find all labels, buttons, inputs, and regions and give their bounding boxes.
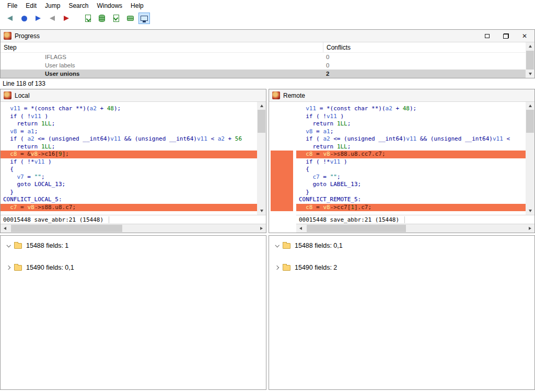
remote-horizontal-scrollbar[interactable] (296, 224, 534, 233)
code-line[interactable]: if ( !v11 ) (296, 113, 526, 121)
messages-window-button[interactable] (138, 13, 150, 24)
scrollbar-thumb[interactable] (258, 110, 265, 133)
code-line[interactable]: CONFLICT_REMOTE_5: (296, 196, 526, 204)
remote-vertical-scrollbar[interactable] (526, 102, 534, 215)
scroll-right-button[interactable] (257, 224, 266, 233)
tree-item[interactable]: 15488 fields: 1 (1, 240, 266, 251)
progress-vertical-scrollbar[interactable] (526, 42, 534, 78)
code-line[interactable]: return 1LL; (1, 120, 257, 128)
chevron-right-icon[interactable] (275, 266, 279, 270)
scrollbar-track[interactable] (257, 110, 266, 207)
code-line[interactable]: } (1, 189, 257, 197)
progress-row[interactable]: IFLAGS0 (1, 53, 526, 61)
triangle-down-icon (529, 73, 532, 75)
code-line[interactable]: { (296, 166, 526, 174)
code-line[interactable]: { (1, 166, 257, 174)
step-cell: User unions (1, 71, 323, 77)
menu-bar: FileEditJumpSearchWindowsHelp (0, 0, 535, 11)
scroll-up-button[interactable] (526, 102, 534, 110)
scroll-left-button[interactable] (1, 224, 9, 233)
conflict-line[interactable]: c8 = v8->cc7[1].c7; (296, 204, 526, 212)
chevron-down-icon[interactable] (275, 243, 279, 247)
doc-down-button[interactable] (82, 13, 94, 24)
local-code-view[interactable]: v11 = *(const char **)(a2 + 48); if ( !v… (1, 102, 257, 215)
code-line[interactable]: if ( !*v11 ) (296, 158, 526, 166)
app-icon (272, 91, 280, 99)
conflict-region-marker[interactable] (271, 151, 293, 211)
remote-code-view[interactable]: v11 = *(const char **)(a2 + 48); if ( !v… (296, 102, 526, 215)
menu-search[interactable]: Search (64, 1, 92, 11)
nav-current-button[interactable] (18, 13, 30, 24)
scroll-left-button[interactable] (296, 224, 305, 233)
remote-fields-tree: 15488 fields: 0,115490 fields: 2 (269, 235, 535, 390)
scrollbar-thumb[interactable] (11, 225, 122, 232)
doc-up-button[interactable] (110, 13, 122, 24)
code-line[interactable]: return 1LL; (296, 143, 526, 151)
menu-windows[interactable]: Windows (92, 1, 126, 11)
code-line[interactable]: return 1LL; (296, 120, 526, 128)
scroll-down-button[interactable] (526, 207, 534, 215)
triangle-down-icon (529, 210, 532, 212)
local-title: Local (15, 92, 30, 99)
messages-window-icon (141, 16, 148, 21)
chevron-down-icon[interactable] (6, 243, 10, 247)
database-pair-button[interactable] (124, 13, 136, 24)
progress-row[interactable]: User unions2 (1, 70, 526, 78)
local-vertical-scrollbar[interactable] (257, 102, 266, 215)
scroll-down-button[interactable] (257, 207, 266, 215)
database-icon (99, 15, 105, 22)
scrollbar-thumb[interactable] (307, 225, 406, 232)
scrollbar-track[interactable] (305, 224, 526, 233)
tree-item[interactable]: 15490 fields: 2 (269, 262, 534, 273)
code-line[interactable]: if ( a2 <= (unsigned __int64)v11 && (uns… (1, 135, 257, 143)
scrollbar-track[interactable] (9, 224, 257, 233)
code-line[interactable]: v11 = *(const char **)(a2 + 48); (1, 105, 257, 113)
progress-row[interactable]: User labels0 (1, 61, 526, 70)
code-line[interactable]: return 1LL; (1, 143, 257, 151)
nav-back-button[interactable] (4, 13, 16, 24)
scroll-right-button[interactable] (526, 224, 534, 233)
column-header-conflicts[interactable]: Conflicts (323, 42, 526, 52)
menu-edit[interactable]: Edit (21, 1, 41, 11)
tree-item[interactable]: 15488 fields: 0,1 (269, 240, 534, 251)
close-button[interactable]: ✕ (521, 32, 528, 40)
maximize-icon (485, 34, 490, 38)
code-line[interactable]: if ( a2 <= (unsigned __int64)v11 && (uns… (296, 135, 526, 143)
code-line[interactable]: } (296, 189, 526, 197)
history-back-button[interactable] (46, 13, 58, 24)
scrollbar-thumb[interactable] (526, 51, 534, 70)
code-line[interactable]: if ( !v11 ) (1, 113, 257, 121)
code-line[interactable]: v8 = a1; (296, 128, 526, 136)
menu-help[interactable]: Help (126, 1, 148, 11)
progress-panel: Progress ✕ Step Conflicts IFLAGS0User la… (0, 29, 535, 78)
code-line[interactable]: goto LOCAL_13; (1, 181, 257, 189)
restore-button[interactable] (502, 32, 509, 40)
menu-file[interactable]: File (3, 1, 21, 11)
code-line[interactable]: c7 = ""; (296, 174, 526, 181)
nav-forward-button[interactable] (32, 13, 44, 24)
conflict-line[interactable]: c8 = v8->s88.u8.cc7.c7; (296, 151, 526, 158)
maximize-button[interactable] (483, 32, 491, 40)
scrollbar-thumb[interactable] (526, 110, 534, 133)
database-button[interactable] (96, 13, 108, 24)
history-forward-button[interactable] (61, 13, 72, 24)
code-line[interactable]: v11 = *(const char **)(a2 + 48); (296, 105, 526, 113)
scroll-down-button[interactable] (526, 70, 534, 78)
chevron-right-icon[interactable] (6, 266, 10, 270)
conflict-line[interactable]: c8 = &v8->c16[9]; (1, 151, 257, 158)
column-header-step[interactable]: Step (1, 44, 323, 51)
code-line[interactable]: if ( !*v11 ) (1, 158, 257, 166)
tree-item[interactable]: 15490 fields: 0,1 (1, 262, 266, 273)
scroll-up-button[interactable] (526, 42, 534, 50)
code-line[interactable]: CONFLICT_LOCAL_5: (1, 196, 257, 204)
menu-jump[interactable]: Jump (41, 1, 64, 11)
code-line[interactable]: v8 = a1; (1, 128, 257, 136)
scroll-up-button[interactable] (257, 102, 266, 110)
triangle-up-icon (529, 45, 532, 48)
conflict-line[interactable]: c7 = v8->s88.u8.c7; (1, 204, 257, 212)
scrollbar-track[interactable] (526, 110, 534, 207)
code-line[interactable]: goto LABEL_13; (296, 181, 526, 189)
code-line[interactable]: v7 = ""; (1, 174, 257, 181)
scrollbar-track[interactable] (526, 50, 534, 70)
local-horizontal-scrollbar[interactable] (1, 224, 266, 233)
